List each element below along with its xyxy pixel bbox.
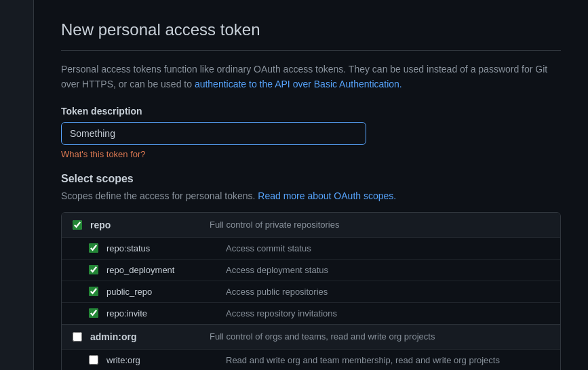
scope-child-row-repo_deployment: repo_deploymentAccess deployment status (62, 260, 560, 281)
scope-checkbox-repo_deployment[interactable] (89, 265, 98, 274)
scopes-section: Select scopes Scopes define the access f… (61, 173, 561, 370)
scope-name-admin:org: admin:org (90, 331, 199, 342)
scope-group-repo: repoFull control of private repositories… (62, 213, 560, 325)
scope-desc-repo:status: Access commit status (226, 243, 549, 253)
scope-name-repo: repo (90, 220, 199, 230)
scope-name-public_repo: public_repo (106, 287, 215, 297)
scope-group-admin:org: admin:orgFull control of orgs and teams,… (62, 325, 560, 370)
scope-desc-write:org: Read and write org and team membership, … (226, 355, 549, 365)
scopes-description: Scopes define the access for personal to… (61, 190, 561, 201)
scope-child-row-repo:status: repo:statusAccess commit status (62, 238, 560, 260)
scope-name-write:org: write:org (106, 355, 215, 365)
scopes-desc-text: Scopes define the access for personal to… (61, 190, 255, 201)
token-description-input[interactable] (61, 122, 366, 145)
oauth-scopes-link[interactable]: Read more about OAuth scopes. (258, 190, 396, 201)
scope-desc-public_repo: Access public repositories (226, 287, 549, 297)
scope-checkbox-admin:org[interactable] (73, 332, 82, 342)
scope-checkbox-public_repo[interactable] (89, 287, 98, 296)
description-text: Personal access tokens function like ord… (61, 62, 561, 92)
api-auth-link[interactable]: authenticate to the API over Basic Authe… (195, 79, 402, 89)
scope-name-repo:status: repo:status (106, 243, 215, 253)
scopes-title: Select scopes (61, 173, 561, 185)
scope-checkbox-repo[interactable] (73, 220, 82, 230)
scope-parent-row-repo: repoFull control of private repositories (62, 213, 560, 238)
scope-desc-repo: Full control of private repositories (210, 220, 549, 230)
scope-desc-repo:invite: Access repository invitations (226, 308, 549, 318)
scope-desc-admin:org: Full control of orgs and teams, read and… (210, 331, 549, 342)
token-description-group: Token description What's this token for? (61, 106, 561, 159)
page-title: New personal access token (61, 20, 561, 51)
scopes-table: repoFull control of private repositories… (61, 212, 561, 370)
scope-child-row-repo:invite: repo:inviteAccess repository invitations (62, 303, 560, 324)
scope-child-row-write:org: write:orgRead and write org and team mem… (62, 350, 560, 370)
scope-checkbox-write:org[interactable] (89, 355, 98, 365)
scope-name-repo_deployment: repo_deployment (106, 265, 215, 275)
scope-name-repo:invite: repo:invite (106, 308, 215, 318)
sidebar (0, 0, 34, 370)
token-label: Token description (61, 106, 561, 117)
scope-child-row-public_repo: public_repoAccess public repositories (62, 281, 560, 303)
scope-checkbox-repo:invite[interactable] (89, 308, 98, 318)
scope-checkbox-repo:status[interactable] (89, 243, 98, 253)
scope-parent-row-admin:org: admin:orgFull control of orgs and teams,… (62, 325, 560, 350)
scope-desc-repo_deployment: Access deployment status (226, 265, 549, 275)
what-is-token-link[interactable]: What's this token for? (61, 149, 561, 159)
main-content: New personal access token Personal acces… (34, 0, 588, 370)
